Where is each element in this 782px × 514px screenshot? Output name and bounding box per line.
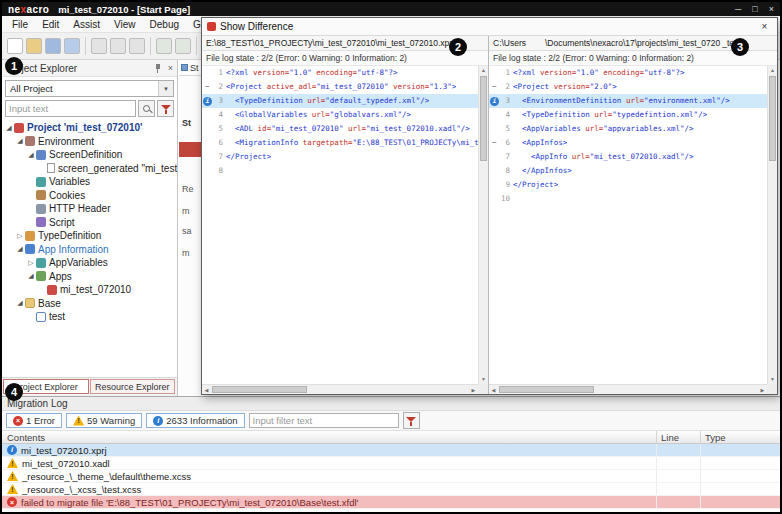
fold-toggle-icon[interactable]: − (489, 80, 500, 94)
menu-item-view[interactable]: View (107, 19, 143, 30)
tab-resource-explorer[interactable]: Resource Explorer (90, 379, 176, 394)
hscroll-thumb[interactable] (499, 386, 594, 393)
column-header-type[interactable]: Type (700, 431, 780, 443)
code-line[interactable]: 1<?xml version="1.0" encoding="utf-8"?> (202, 66, 478, 80)
log-row[interactable]: ×failed to migrate file 'E:\88_TEST\01_P… (2, 496, 780, 509)
paste-icon[interactable] (129, 38, 145, 54)
code-line[interactable]: 10 (489, 192, 767, 206)
code-line[interactable]: 9</Project> (489, 178, 767, 192)
code-line[interactable]: 8 (202, 164, 478, 178)
code-line[interactable]: 1<?xml version="1.0" encoding="utf-8"?> (489, 66, 767, 80)
tree-item[interactable]: screen_generated "mi_test_072010" (2, 162, 177, 176)
fold-toggle-icon[interactable]: − (489, 136, 500, 150)
tree-item[interactable]: ◢Environment (2, 135, 177, 149)
code-line[interactable]: −6 <AppInfos> (489, 136, 767, 150)
code-line[interactable]: 6 <MigrationInfo targetpath="E:\88_TEST\… (202, 136, 478, 150)
tree-expander-icon[interactable]: ◢ (15, 137, 25, 145)
tree-item[interactable]: ◢App Information (2, 243, 177, 257)
save-all-icon[interactable] (64, 38, 80, 54)
diff-right-hscrollbar[interactable]: ◀▶ (489, 384, 767, 394)
tree-expander-icon[interactable]: ◢ (26, 151, 36, 159)
log-funnel-button[interactable] (403, 412, 420, 429)
tree-item[interactable]: Script (2, 216, 177, 230)
code-line[interactable]: −2<Project active_adl="mi_test_072010" v… (202, 80, 478, 94)
dialog-close-icon[interactable]: × (757, 21, 772, 32)
code-line[interactable]: −2<Project version="2.0"> (489, 80, 767, 94)
panel-close-icon[interactable]: × (168, 63, 173, 73)
code-line[interactable]: i3 <TypeDefinition url="default_typedef.… (202, 94, 478, 108)
save-icon[interactable] (45, 38, 61, 54)
maximize-icon[interactable]: □ (752, 4, 757, 14)
minimize-icon[interactable]: ─ (735, 4, 741, 14)
column-header-contents[interactable]: Contents (2, 431, 656, 443)
code-line[interactable]: 4 <GlobalVariables url="globalvars.xml"/… (202, 108, 478, 122)
code-line[interactable]: 7</Project> (202, 150, 478, 164)
search-button[interactable] (138, 100, 155, 117)
tree-item[interactable]: ▷AppVariables (2, 256, 177, 270)
tree-item[interactable]: HTTP Header (2, 202, 177, 216)
tree-expander-icon[interactable]: ◢ (26, 272, 36, 280)
menu-item-debug[interactable]: Debug (143, 19, 186, 30)
filter-error-button[interactable]: ×1 Error (6, 413, 62, 428)
code-line[interactable]: i3 <EnvironmentDefinition url="environme… (489, 94, 767, 108)
hscroll-thumb[interactable] (212, 386, 307, 393)
log-row[interactable]: !mi_test_072010.xadl (2, 457, 780, 470)
diff-right-vscrollbar[interactable]: ▲▼ (767, 66, 777, 384)
menu-item-file[interactable]: File (5, 19, 35, 30)
chevron-down-icon[interactable]: ▼ (158, 81, 173, 96)
code-line[interactable]: 5 <AppVariables url="appvariables.xml"/> (489, 122, 767, 136)
pin-icon[interactable] (152, 63, 163, 74)
scroll-up-icon[interactable]: ▲ (479, 66, 488, 75)
code-line[interactable]: 4 <TypeDefinition url="typedefintion.xml… (489, 108, 767, 122)
open-folder-icon[interactable] (26, 38, 42, 54)
log-row[interactable]: imi_test_072010.xprj (2, 444, 780, 457)
diff-left-vscrollbar[interactable]: ▲▼ (478, 66, 488, 384)
filter-warning-button[interactable]: !59 Warning (66, 413, 142, 428)
log-row[interactable]: !_resource_\_xcss_\test.xcss (2, 483, 780, 496)
tree-expander-icon[interactable]: ▷ (26, 259, 36, 267)
menu-item-assist[interactable]: Assist (66, 19, 107, 30)
undo-icon[interactable] (156, 38, 172, 54)
scroll-left-icon[interactable]: ◀ (489, 385, 498, 394)
scroll-down-icon[interactable]: ▼ (768, 375, 777, 384)
tree-item[interactable]: Cookies (2, 189, 177, 203)
tree-item[interactable]: ◢ScreenDefinition (2, 148, 177, 162)
new-doc-icon[interactable] (7, 38, 23, 54)
tree-filter-button[interactable] (157, 100, 174, 117)
scroll-up-icon[interactable]: ▲ (768, 66, 777, 75)
tree-expander-icon[interactable]: ◢ (15, 299, 25, 307)
tree-item[interactable]: ◢Project 'mi_test_072010' (2, 121, 177, 135)
tree-item[interactable]: ▷TypeDefinition (2, 229, 177, 243)
scroll-right-icon[interactable]: ▶ (469, 385, 478, 394)
fold-toggle-icon[interactable]: − (202, 80, 213, 94)
redo-icon[interactable] (175, 38, 191, 54)
log-row[interactable]: !_resource_\_theme_\default\theme.xcss (2, 470, 780, 483)
vscroll-thumb[interactable] (480, 76, 487, 161)
column-header-line[interactable]: Line (656, 431, 700, 443)
project-scope-select[interactable]: All Project ▼ (5, 80, 174, 97)
tree-expander-icon[interactable]: ◢ (15, 245, 25, 253)
vscroll-thumb[interactable] (769, 76, 776, 161)
project-search-input[interactable] (5, 100, 136, 117)
code-line[interactable]: 8 </AppInfos> (489, 164, 767, 178)
tree-item[interactable]: Variables (2, 175, 177, 189)
filter-info-button[interactable]: i2633 Information (146, 413, 244, 428)
log-filter-input[interactable] (249, 413, 399, 428)
scroll-left-icon[interactable]: ◀ (202, 385, 211, 394)
copy-icon[interactable] (110, 38, 126, 54)
code-line[interactable]: 7 <AppInfo url="mi_test_072010.xadl"/> (489, 150, 767, 164)
tree-item[interactable]: test (2, 310, 177, 324)
dialog-title-bar[interactable]: Show Difference × (202, 18, 777, 36)
tree-item[interactable]: ◢Base (2, 297, 177, 311)
tree-expander-icon[interactable]: ▷ (15, 232, 25, 240)
menu-item-edit[interactable]: Edit (35, 19, 66, 30)
tree-item[interactable]: mi_test_072010 (2, 283, 177, 297)
tab-start-page[interactable]: St (179, 60, 201, 76)
tree-item[interactable]: ◢Apps (2, 270, 177, 284)
scroll-right-icon[interactable]: ▶ (758, 385, 767, 394)
cut-icon[interactable] (91, 38, 107, 54)
scroll-down-icon[interactable]: ▼ (479, 375, 488, 384)
code-line[interactable]: 5 <ADL id="mi_test_072010" url="mi_test_… (202, 122, 478, 136)
diff-left-hscrollbar[interactable]: ◀▶ (202, 384, 478, 394)
close-icon[interactable]: × (769, 4, 774, 14)
